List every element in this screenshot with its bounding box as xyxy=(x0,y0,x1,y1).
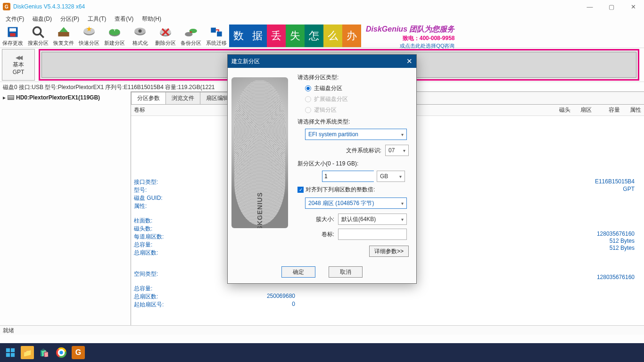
svg-rect-27 xyxy=(11,353,15,357)
svg-marker-6 xyxy=(59,27,68,32)
radio-primary[interactable]: 主磁盘分区 xyxy=(305,84,409,92)
sector-size-2: 512 Bytes xyxy=(610,245,635,251)
radio-logical: 逻辑分区 xyxy=(305,106,409,114)
fs-id-select[interactable]: 07▾ xyxy=(385,145,409,156)
size-unit-select[interactable]: GB▾ xyxy=(377,171,405,182)
menu-tools[interactable]: 工具(T) xyxy=(84,14,110,25)
dialog-titlebar[interactable]: 建立新分区 ✕ xyxy=(228,55,416,68)
svg-rect-2 xyxy=(10,33,16,36)
dialog-form: 请选择分区类型: 主磁盘分区 扩展磁盘分区 逻辑分区 请选择文件系统类型: EF… xyxy=(295,68,416,283)
col-attr[interactable]: 属性 xyxy=(623,105,644,115)
explorer-icon[interactable]: 📁 xyxy=(21,346,34,359)
scheme-value: GPT xyxy=(623,186,635,192)
cancel-button[interactable]: 取消 xyxy=(329,266,363,278)
diskgenius-task-icon[interactable]: G xyxy=(72,346,85,359)
col-volume[interactable]: 卷标 xyxy=(131,105,225,115)
align-label: 对齐到下列扇区数的整数倍: xyxy=(305,186,375,194)
col-capacity[interactable]: 容量 xyxy=(594,105,623,115)
banner-phone: 致电：400-008-9958 xyxy=(366,34,454,42)
hdd-icon xyxy=(8,95,14,100)
radio-icon xyxy=(305,85,311,91)
new-partition-button[interactable]: +新建分区 xyxy=(102,24,127,48)
total-sectors-value: 250069680 xyxy=(263,293,295,299)
system-migrate-button[interactable]: 系统迁移 xyxy=(204,24,229,48)
banner-blocks: 数 据 丢 失 怎 么 办 xyxy=(229,25,361,47)
delete-partition-button[interactable]: 删除分区 xyxy=(153,24,178,48)
disk-map-nav[interactable]: ◀◀ 基本 GPT xyxy=(2,49,35,81)
ok-button[interactable]: 确定 xyxy=(281,266,315,278)
menu-view[interactable]: 查看(V) xyxy=(111,14,137,25)
taskbar: 📁 🛍️ G xyxy=(0,343,644,362)
start-button[interactable] xyxy=(4,346,17,359)
svg-rect-23 xyxy=(217,31,222,36)
disk-tree: ▸ HD0:PlextorPlextorEX1(119GB) xyxy=(0,91,131,325)
svg-point-32 xyxy=(59,351,63,354)
tab-browse-files[interactable]: 浏览文件 xyxy=(165,92,200,104)
quick-partition-button[interactable]: 快速分区 xyxy=(76,24,102,48)
format-button[interactable]: 格式化 xyxy=(127,24,153,48)
new-partition-dialog: 建立新分区 ✕ 请选择分区类型: 主磁盘分区 扩展磁盘分区 逻辑分区 请选择文件… xyxy=(227,54,417,284)
svg-rect-25 xyxy=(11,348,15,352)
svg-rect-1 xyxy=(9,28,16,31)
volume-label-input[interactable] xyxy=(338,229,407,240)
dialog-image-panel xyxy=(228,68,295,283)
close-button[interactable]: ✕ xyxy=(622,0,644,13)
cluster-select[interactable]: 默认值(64KB)▾ xyxy=(338,214,407,225)
chevron-down-icon: ▾ xyxy=(403,148,405,153)
banner-text: DiskGenius 团队为您服务 致电：400-008-9958 或点击此处选… xyxy=(366,23,454,49)
app-icon: G xyxy=(3,3,10,10)
svg-point-3 xyxy=(33,27,41,34)
menu-partition[interactable]: 分区(P) xyxy=(57,14,83,25)
chevron-down-icon: ▾ xyxy=(399,174,402,179)
tree-item-label: HD0:PlextorPlextorEX1(119GB) xyxy=(16,94,100,101)
menu-file[interactable]: 文件(F) xyxy=(2,14,28,25)
radio-icon xyxy=(305,96,311,102)
fs-id-label: 文件系统标识: xyxy=(297,147,385,155)
align-select[interactable]: 2048 扇区 (1048576 字节)▾ xyxy=(305,197,407,209)
chevron-left-icon: ◀◀ xyxy=(16,54,21,61)
volume-label-label: 卷标: xyxy=(297,230,338,239)
tab-partition-params[interactable]: 分区参数 xyxy=(131,92,166,104)
chevron-down-icon: ▾ xyxy=(401,132,404,137)
recover-files-button[interactable]: 恢复文件 xyxy=(51,24,76,48)
menu-disk[interactable]: 磁盘(D) xyxy=(29,14,56,25)
detail-params-button[interactable]: 详细参数>> xyxy=(369,246,409,257)
svg-rect-24 xyxy=(6,348,10,352)
chrome-icon[interactable] xyxy=(55,346,68,359)
maximize-button[interactable]: ▢ xyxy=(601,0,622,13)
dialog-close-button[interactable]: ✕ xyxy=(406,57,413,66)
new-partition-icon: + xyxy=(108,25,121,39)
titlebar: G DiskGenius V5.4.3.1328 x64 ― ▢ ✕ xyxy=(0,0,644,13)
svg-line-4 xyxy=(40,33,44,37)
col-sectors[interactable]: 扇区 xyxy=(573,105,594,115)
chevron-down-icon: ▾ xyxy=(401,201,404,206)
col-heads[interactable]: 磁头 xyxy=(552,105,573,115)
window-controls: ― ▢ ✕ xyxy=(579,0,644,13)
minimize-button[interactable]: ― xyxy=(579,0,601,13)
store-icon[interactable]: 🛍️ xyxy=(38,346,51,359)
dialog-title: 建立新分区 xyxy=(231,58,260,66)
search-partition-button[interactable]: 搜索分区 xyxy=(25,24,51,48)
migrate-icon xyxy=(210,25,223,39)
svg-text:+: + xyxy=(112,25,117,33)
total-bytes-2: 128035676160 xyxy=(597,274,635,280)
svg-point-15 xyxy=(139,29,142,33)
toolbar: 保存更改 搜索分区 恢复文件 快速分区 +新建分区 格式化 删除分区 备份分区 … xyxy=(0,25,644,48)
save-changes-button[interactable]: 保存更改 xyxy=(0,24,25,48)
window-title: DiskGenius V5.4.3.1328 x64 xyxy=(13,3,85,10)
delete-icon xyxy=(159,25,172,39)
svg-rect-26 xyxy=(6,353,10,357)
cluster-label: 簇大小: xyxy=(297,215,338,223)
menu-help[interactable]: 帮助(H) xyxy=(138,14,165,25)
banner-qq-link[interactable]: 或点击此处选择QQ咨询 xyxy=(366,42,454,49)
backup-partition-button[interactable]: 备份分区 xyxy=(178,24,204,48)
align-checkbox[interactable]: ✓ xyxy=(297,187,304,193)
fs-type-select[interactable]: EFI system partition▾ xyxy=(305,129,407,140)
expand-icon[interactable]: ▸ xyxy=(3,94,6,101)
banner: 数 据 丢 失 怎 么 办 DiskGenius 团队为您服务 致电：400-0… xyxy=(229,24,644,48)
banner-slogan: DiskGenius 团队为您服务 xyxy=(366,25,454,34)
tree-item-hd0[interactable]: ▸ HD0:PlextorPlextorEX1(119GB) xyxy=(0,93,131,102)
size-input[interactable]: ▲▼ xyxy=(322,171,374,182)
status-bar: 就绪 xyxy=(0,325,644,335)
disk-type-gpt: GPT xyxy=(13,69,25,75)
